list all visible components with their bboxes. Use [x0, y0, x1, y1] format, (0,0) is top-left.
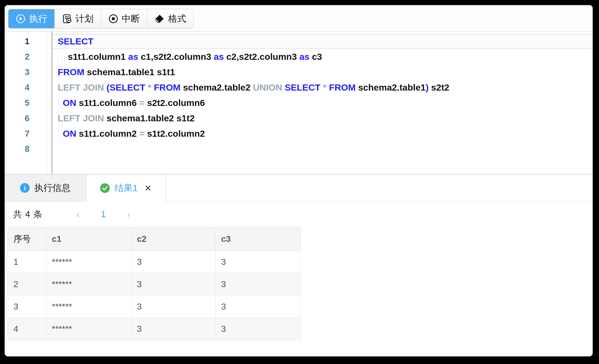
interrupt-button[interactable]: 中断: [101, 9, 147, 28]
code-token: c3: [309, 52, 322, 62]
table-cell[interactable]: 3: [131, 318, 215, 340]
table-cell[interactable]: ******: [46, 318, 131, 340]
code-token: =: [139, 98, 144, 108]
tab-execution-info[interactable]: i 执行信息: [5, 175, 86, 202]
close-icon[interactable]: ✕: [144, 183, 152, 193]
code-token: as: [299, 52, 309, 62]
table-cell[interactable]: 3: [131, 251, 215, 273]
code-token: UNION: [253, 82, 282, 92]
table-cell[interactable]: 2: [8, 273, 46, 295]
eraser-icon: [155, 14, 165, 24]
code-token: s1t2.column2: [144, 128, 205, 139]
line-number: 6: [5, 111, 52, 126]
info-circle-icon: i: [20, 183, 30, 193]
line-number: 7: [5, 126, 52, 141]
code-token: c2,s2t2.column3: [224, 52, 300, 62]
result-tabstrip: i 执行信息 结果1 ✕: [5, 174, 593, 202]
code-token: SELECT: [58, 36, 94, 46]
plan-button[interactable]: 计划: [54, 9, 101, 28]
table-cell[interactable]: 3: [215, 251, 300, 273]
table-cell[interactable]: ******: [46, 295, 131, 318]
code-token: FROM: [154, 82, 180, 92]
sql-code-editor[interactable]: 12345678 SELECT s1t1.column1 as c1,s2t2.…: [5, 32, 593, 174]
table-row[interactable]: 3******33: [8, 295, 300, 318]
tab-execution-info-label: 执行信息: [34, 182, 70, 194]
interrupt-button-label: 中断: [122, 13, 140, 25]
table-cell[interactable]: 3: [131, 273, 215, 295]
code-token: schema1.table1 s1t1: [84, 67, 175, 77]
table-cell[interactable]: ******: [46, 251, 131, 273]
code-token: ON: [63, 128, 76, 139]
code-token: FROM: [329, 82, 356, 92]
format-button-label: 格式: [168, 13, 186, 25]
line-number: 1: [5, 34, 52, 49]
code-token: s2t2: [429, 82, 449, 92]
table-cell[interactable]: ******: [46, 273, 131, 295]
code-line-2[interactable]: s1t1.column1 as c1,s2t2.column3 as c2,s2…: [52, 49, 593, 64]
current-page-button[interactable]: 1: [95, 209, 112, 219]
success-check-icon: [100, 183, 110, 193]
code-token: s1t1.column1: [58, 52, 128, 62]
format-button[interactable]: 格式: [147, 9, 193, 28]
line-number: 4: [5, 80, 52, 95]
code-token: s1t1.column2: [76, 128, 139, 139]
result-table-body: 1******332******333******334******33: [8, 251, 300, 340]
code-token: s1t1.column6: [76, 98, 139, 108]
code-token: *: [320, 82, 329, 92]
tab-result-1-label: 结果1: [114, 182, 138, 194]
code-token: ): [426, 82, 429, 92]
table-cell[interactable]: 3: [131, 295, 215, 318]
execute-button-label: 执行: [29, 13, 47, 25]
column-header-c2: c2: [131, 227, 215, 251]
code-line-1[interactable]: SELECT: [52, 34, 593, 49]
code-line-8[interactable]: [52, 141, 593, 157]
code-token: LEFT JOIN: [58, 82, 106, 92]
code-line-6[interactable]: LEFT JOIN schema1.table2 s1t2: [52, 111, 593, 126]
code-lines[interactable]: SELECT s1t1.column1 as c1,s2t2.column3 a…: [52, 32, 593, 174]
line-number: 5: [5, 95, 52, 111]
tab-result-1[interactable]: 结果1 ✕: [86, 175, 166, 202]
code-token: schema1.table2 s1t2: [104, 113, 195, 123]
code-line-7[interactable]: ON s1t1.column2 = s1t2.column2: [52, 126, 593, 141]
table-cell[interactable]: 3: [215, 295, 300, 318]
toolbar-button-group: 执行 计划: [8, 9, 194, 29]
code-token: FROM: [58, 67, 84, 77]
result-table-header-row: 序号c1c2c3: [8, 227, 300, 251]
sql-client-window: 执行 计划: [5, 5, 593, 356]
table-cell[interactable]: 4: [8, 318, 46, 340]
total-count-label: 共 4 条: [13, 208, 43, 220]
code-token: SELECT: [110, 82, 145, 92]
code-token: as: [214, 52, 224, 62]
code-line-5[interactable]: ON s1t1.column6 = s2t2.column6: [52, 95, 593, 111]
column-header-c1: c1: [46, 227, 131, 251]
pagination-bar: 共 4 条 ‹ 1 ›: [5, 202, 593, 227]
table-cell[interactable]: 3: [8, 295, 46, 318]
table-cell[interactable]: 1: [8, 251, 46, 273]
code-token: SELECT: [285, 82, 321, 92]
code-token: ON: [63, 98, 76, 108]
code-token: [58, 128, 63, 139]
line-number: 3: [5, 64, 52, 80]
editor-toolbar: 执行 计划: [5, 5, 593, 32]
plan-button-label: 计划: [75, 13, 94, 25]
table-row[interactable]: 1******33: [8, 251, 300, 273]
column-header-序号: 序号: [8, 227, 46, 251]
code-token: c1,s2t2.column3: [138, 52, 214, 62]
code-token: [58, 98, 63, 108]
code-token: [282, 82, 285, 92]
code-line-3[interactable]: FROM schema1.table1 s1t1: [52, 64, 593, 80]
column-header-c3: c3: [215, 227, 300, 251]
code-token: as: [128, 52, 138, 62]
code-token: schema2.table2: [180, 82, 253, 92]
next-page-button[interactable]: ›: [125, 209, 132, 219]
table-cell[interactable]: 3: [215, 318, 300, 340]
execute-button[interactable]: 执行: [9, 9, 54, 28]
plan-document-icon: [62, 14, 72, 24]
table-row[interactable]: 4******33: [8, 318, 300, 340]
prev-page-button[interactable]: ‹: [74, 209, 82, 219]
code-token: LEFT JOIN: [58, 113, 104, 123]
line-number: 2: [5, 49, 52, 64]
table-cell[interactable]: 3: [215, 273, 300, 295]
table-row[interactable]: 2******33: [8, 273, 300, 295]
code-line-4[interactable]: LEFT JOIN (SELECT * FROM schema2.table2 …: [52, 80, 593, 95]
